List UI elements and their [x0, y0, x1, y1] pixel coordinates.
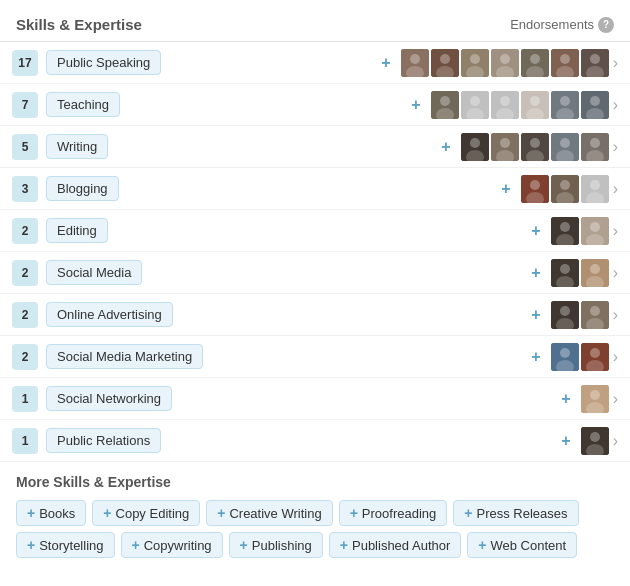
skill-spacer	[128, 104, 397, 106]
add-endorsement-button[interactable]: +	[405, 97, 426, 113]
avatar[interactable]	[461, 49, 489, 77]
more-tag-plus-icon: +	[240, 537, 248, 553]
avatar[interactable]	[581, 175, 609, 203]
svg-point-46	[530, 138, 540, 148]
skill-tag: Social Media	[46, 260, 142, 285]
skill-count: 2	[12, 302, 38, 328]
svg-point-31	[530, 96, 540, 106]
chevron-right-icon[interactable]: ›	[613, 96, 618, 114]
avatar[interactable]	[581, 259, 609, 287]
more-skill-tag[interactable]: +Proofreading	[339, 500, 448, 526]
add-endorsement-button[interactable]: +	[435, 139, 456, 155]
svg-point-19	[590, 54, 600, 64]
skill-row: 2Online Advertising+ ›	[0, 294, 630, 336]
skill-row: 3Blogging+ ›	[0, 168, 630, 210]
avatar[interactable]	[551, 217, 579, 245]
skill-tag: Social Networking	[46, 386, 172, 411]
svg-point-1	[410, 54, 420, 64]
add-endorsement-button[interactable]: +	[525, 307, 546, 323]
skill-tag: Public Relations	[46, 428, 161, 453]
avatar[interactable]	[521, 175, 549, 203]
avatar[interactable]	[581, 427, 609, 455]
avatar[interactable]	[461, 133, 489, 161]
skill-count: 17	[12, 50, 38, 76]
chevron-right-icon[interactable]: ›	[613, 222, 618, 240]
svg-point-37	[590, 96, 600, 106]
more-tag-label: Copywriting	[144, 538, 212, 553]
avatar[interactable]	[581, 133, 609, 161]
more-tag-plus-icon: +	[340, 537, 348, 553]
skill-tag: Teaching	[46, 92, 120, 117]
more-skill-tag[interactable]: +Storytelling	[16, 532, 115, 558]
skill-tag: Online Advertising	[46, 302, 173, 327]
chevron-right-icon[interactable]: ›	[613, 432, 618, 450]
more-skill-tag[interactable]: +Copywriting	[121, 532, 223, 558]
svg-point-61	[590, 180, 600, 190]
skill-count: 3	[12, 176, 38, 202]
more-skill-tag[interactable]: +Copy Editing	[92, 500, 200, 526]
avatar[interactable]	[431, 49, 459, 77]
avatar[interactable]	[491, 91, 519, 119]
avatar[interactable]	[461, 91, 489, 119]
skill-row: 5Writing+ ›	[0, 126, 630, 168]
more-skill-tag[interactable]: +Press Releases	[453, 500, 578, 526]
avatar[interactable]	[431, 91, 459, 119]
skill-row: 2Social Media Marketing+ ›	[0, 336, 630, 378]
svg-point-28	[500, 96, 510, 106]
section-title: Skills & Expertise	[16, 16, 142, 33]
avatar[interactable]	[581, 217, 609, 245]
help-icon[interactable]: ?	[598, 17, 614, 33]
skill-spacer	[211, 356, 517, 358]
chevron-right-icon[interactable]: ›	[613, 306, 618, 324]
chevron-right-icon[interactable]: ›	[613, 180, 618, 198]
add-endorsement-button[interactable]: +	[525, 223, 546, 239]
avatar[interactable]	[521, 91, 549, 119]
more-skill-tag[interactable]: +Books	[16, 500, 86, 526]
more-skill-tag[interactable]: +Published Author	[329, 532, 461, 558]
avatar[interactable]	[581, 385, 609, 413]
add-endorsement-button[interactable]: +	[525, 349, 546, 365]
add-endorsement-button[interactable]: +	[555, 391, 576, 407]
add-endorsement-button[interactable]: +	[525, 265, 546, 281]
add-endorsement-button[interactable]: +	[375, 55, 396, 71]
avatar[interactable]	[581, 49, 609, 77]
chevron-right-icon[interactable]: ›	[613, 348, 618, 366]
svg-point-73	[590, 264, 600, 274]
avatar[interactable]	[551, 91, 579, 119]
avatar[interactable]	[551, 49, 579, 77]
avatar[interactable]	[521, 133, 549, 161]
avatar[interactable]	[551, 259, 579, 287]
more-tag-plus-icon: +	[478, 537, 486, 553]
avatar[interactable]	[491, 49, 519, 77]
skill-count: 1	[12, 386, 38, 412]
more-skill-tag[interactable]: +Web Content	[467, 532, 577, 558]
skill-spacer	[116, 230, 518, 232]
svg-point-70	[560, 264, 570, 274]
chevron-right-icon[interactable]: ›	[613, 390, 618, 408]
avatar[interactable]	[581, 343, 609, 371]
endorsers	[431, 91, 609, 119]
add-endorsement-button[interactable]: +	[555, 433, 576, 449]
avatar[interactable]	[581, 91, 609, 119]
chevron-right-icon[interactable]: ›	[613, 138, 618, 156]
more-tag-label: Publishing	[252, 538, 312, 553]
skill-spacer	[169, 62, 367, 64]
avatar[interactable]	[521, 49, 549, 77]
avatar[interactable]	[401, 49, 429, 77]
avatar[interactable]	[551, 175, 579, 203]
more-skill-tag[interactable]: +Publishing	[229, 532, 323, 558]
chevron-right-icon[interactable]: ›	[613, 264, 618, 282]
avatar[interactable]	[551, 343, 579, 371]
add-endorsement-button[interactable]: +	[495, 181, 516, 197]
avatar[interactable]	[491, 133, 519, 161]
endorsers	[581, 385, 609, 413]
more-skill-tag[interactable]: +Creative Writing	[206, 500, 332, 526]
chevron-right-icon[interactable]: ›	[613, 54, 618, 72]
svg-point-58	[560, 180, 570, 190]
avatar[interactable]	[551, 301, 579, 329]
skill-count: 2	[12, 344, 38, 370]
endorsements-label: Endorsements	[510, 17, 594, 32]
avatar[interactable]	[581, 301, 609, 329]
avatar[interactable]	[551, 133, 579, 161]
skill-tag: Blogging	[46, 176, 119, 201]
